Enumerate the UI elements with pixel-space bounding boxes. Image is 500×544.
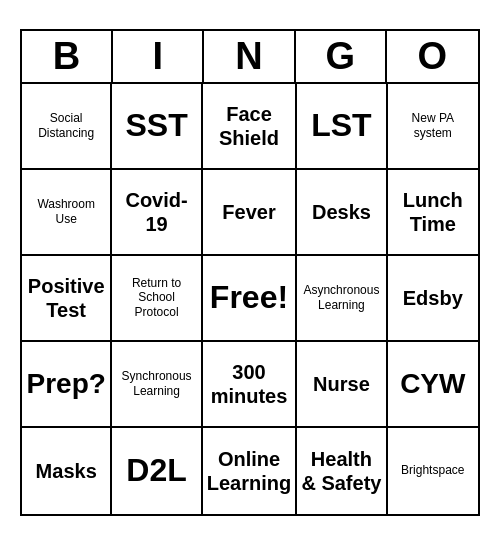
bingo-cell: Face Shield xyxy=(203,84,297,170)
bingo-cell: CYW xyxy=(388,342,478,428)
cell-text: Lunch Time xyxy=(392,188,474,236)
cell-text: Social Distancing xyxy=(26,111,106,140)
cell-text: D2L xyxy=(126,451,186,489)
cell-text: New PA system xyxy=(392,111,474,140)
bingo-cell: Positive Test xyxy=(22,256,112,342)
header-letter: B xyxy=(22,31,113,82)
cell-text: Online Learning xyxy=(207,447,291,495)
bingo-grid: Social DistancingSSTFace ShieldLSTNew PA… xyxy=(22,84,478,514)
bingo-cell: Social Distancing xyxy=(22,84,112,170)
bingo-cell: Prep? xyxy=(22,342,112,428)
cell-text: 300 minutes xyxy=(207,360,291,408)
bingo-cell: Nurse xyxy=(297,342,387,428)
cell-text: Free! xyxy=(210,278,288,316)
bingo-cell: New PA system xyxy=(388,84,478,170)
bingo-cell: Health & Safety xyxy=(297,428,387,514)
bingo-cell: Fever xyxy=(203,170,297,256)
cell-text: Washroom Use xyxy=(26,197,106,226)
cell-text: Nurse xyxy=(313,372,370,396)
cell-text: Positive Test xyxy=(26,274,106,322)
header-letter: G xyxy=(296,31,387,82)
cell-text: Fever xyxy=(222,200,275,224)
bingo-cell: LST xyxy=(297,84,387,170)
header-letter: I xyxy=(113,31,204,82)
bingo-cell: Online Learning xyxy=(203,428,297,514)
header-letter: O xyxy=(387,31,478,82)
bingo-cell: Synchronous Learning xyxy=(112,342,202,428)
cell-text: Face Shield xyxy=(207,102,291,150)
bingo-cell: Free! xyxy=(203,256,297,342)
cell-text: Health & Safety xyxy=(301,447,381,495)
bingo-header: BINGO xyxy=(22,31,478,84)
cell-text: Asynchronous Learning xyxy=(301,283,381,312)
bingo-cell: D2L xyxy=(112,428,202,514)
bingo-cell: Return to School Protocol xyxy=(112,256,202,342)
bingo-cell: Masks xyxy=(22,428,112,514)
bingo-cell: Asynchronous Learning xyxy=(297,256,387,342)
header-letter: N xyxy=(204,31,295,82)
cell-text: Covid-19 xyxy=(116,188,196,236)
bingo-cell: 300 minutes xyxy=(203,342,297,428)
cell-text: Desks xyxy=(312,200,371,224)
cell-text: Edsby xyxy=(403,286,463,310)
cell-text: Prep? xyxy=(27,367,106,401)
bingo-cell: Brightspace xyxy=(388,428,478,514)
cell-text: CYW xyxy=(400,367,465,401)
bingo-cell: SST xyxy=(112,84,202,170)
bingo-card: BINGO Social DistancingSSTFace ShieldLST… xyxy=(20,29,480,516)
cell-text: SST xyxy=(125,106,187,144)
bingo-cell: Lunch Time xyxy=(388,170,478,256)
bingo-cell: Washroom Use xyxy=(22,170,112,256)
bingo-cell: Covid-19 xyxy=(112,170,202,256)
cell-text: Masks xyxy=(36,459,97,483)
bingo-cell: Edsby xyxy=(388,256,478,342)
bingo-cell: Desks xyxy=(297,170,387,256)
cell-text: Return to School Protocol xyxy=(116,276,196,319)
cell-text: Synchronous Learning xyxy=(116,369,196,398)
cell-text: Brightspace xyxy=(401,463,464,477)
cell-text: LST xyxy=(311,106,371,144)
